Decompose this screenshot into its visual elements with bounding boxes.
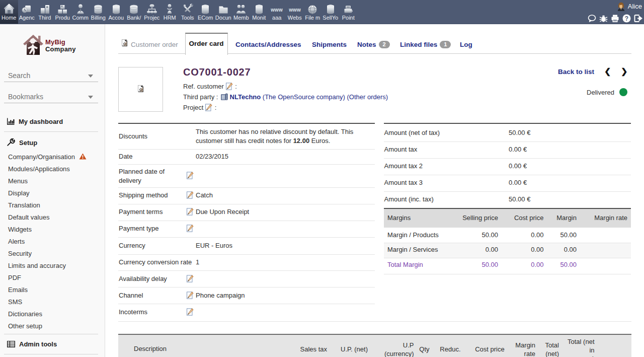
svg-text:www: www [289,7,301,13]
svg-text:?: ? [625,15,628,22]
svg-text:www: www [271,7,283,13]
